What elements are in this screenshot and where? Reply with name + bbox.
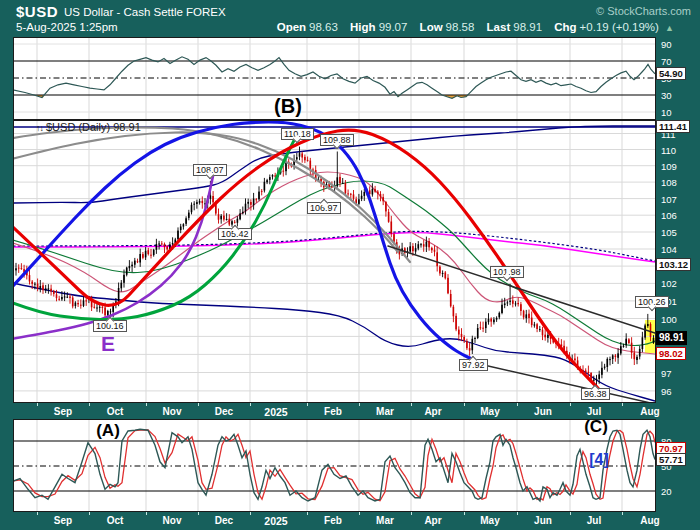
datetime: 5-Aug-2025 1:25pm	[16, 21, 118, 33]
month-label: Oct	[107, 515, 124, 526]
axis-value-box: 111.41	[656, 120, 690, 133]
month-label: Mar	[376, 406, 394, 417]
month-tick	[464, 403, 465, 406]
month-tick	[37, 403, 38, 406]
axis-label-rsi: 10	[661, 107, 672, 118]
price-callout: 100.26	[635, 296, 669, 308]
annotation-a: (A)	[96, 421, 120, 441]
last-value: 98.91	[513, 21, 542, 33]
x-axis-band-lower: SepOctNovDec2025FebMarAprMayJunJulAug	[0, 512, 700, 530]
axis-label-rsi: 90	[661, 39, 672, 50]
month-tick	[307, 512, 308, 515]
price-panel-title-text: $USD (Daily) 98.91	[46, 121, 141, 133]
month-label: Aug	[640, 515, 659, 526]
axis-label-stoch: 20	[661, 486, 672, 497]
month-tick	[89, 512, 90, 515]
month-label: May	[480, 515, 499, 526]
symbol: $USD	[16, 3, 58, 20]
month-label: Dec	[215, 406, 233, 417]
price-callout: 109.88	[320, 134, 354, 146]
month-tick	[359, 403, 360, 406]
axis-label-price: 105	[661, 227, 677, 238]
month-label: Sep	[54, 406, 72, 417]
chg-label: Chg	[554, 21, 576, 33]
price-callout: 106.97	[307, 202, 341, 214]
month-label: Jun	[534, 515, 552, 526]
axis-label-price: 106	[661, 210, 677, 221]
month-label: Apr	[424, 406, 441, 417]
month-label: 2025	[264, 515, 287, 527]
annotation-4: [4]	[589, 451, 609, 469]
axis-label-price: 100	[661, 314, 677, 325]
price-callout: 97.92	[459, 359, 488, 371]
axis-label-price: 102	[661, 278, 677, 289]
month-label: Aug	[640, 406, 659, 417]
price-callout: 101.98	[490, 266, 524, 278]
price-panel-title: ↑↓$USD (Daily) 98.91	[36, 121, 141, 133]
month-label: Feb	[324, 515, 342, 526]
month-tick	[307, 403, 308, 406]
month-tick	[359, 512, 360, 515]
copyright: © StockCharts.com	[596, 5, 691, 17]
month-tick	[411, 512, 412, 515]
rsi-panel	[13, 37, 656, 120]
month-tick	[570, 512, 571, 515]
axis-label-price: 109	[661, 161, 677, 172]
month-label: Apr	[424, 515, 441, 526]
month-tick	[250, 512, 251, 515]
month-label: Oct	[107, 406, 124, 417]
month-tick	[517, 403, 518, 406]
month-tick	[570, 403, 571, 406]
axis-label-price: 97	[661, 368, 672, 379]
month-label: Jun	[534, 406, 552, 417]
month-tick	[411, 403, 412, 406]
month-tick	[89, 403, 90, 406]
annotation-e: E	[101, 332, 115, 356]
axis-label-price: 104	[661, 244, 677, 255]
stockcharts-chart: $USD US Dollar - Cash Settle FOREX © Sto…	[0, 0, 700, 530]
chg-value: +0.19 (+0.19%)	[580, 21, 659, 33]
month-label: Sep	[54, 515, 72, 526]
month-label: Mar	[376, 515, 394, 526]
axis-label-rsi: 70	[661, 56, 672, 67]
quote-line: Open98.63 High99.07 Low98.58 Last98.91 C…	[268, 21, 674, 33]
axis-value-box: 57.71	[656, 453, 686, 466]
axis-label-price: 107	[661, 194, 677, 205]
high-value: 99.07	[379, 21, 408, 33]
price-panel	[13, 120, 656, 403]
month-label: Nov	[163, 515, 182, 526]
chg-up-arrow-icon: ▲	[665, 23, 674, 33]
month-tick	[198, 403, 199, 406]
price-callout: 110.18	[281, 128, 314, 140]
price-callout: 96.38	[581, 388, 610, 400]
price-callout: 105.42	[218, 228, 252, 240]
axis-label-price: 110	[661, 145, 676, 156]
chart-header: $USD US Dollar - Cash Settle FOREX © Sto…	[0, 0, 700, 37]
open-label: Open	[277, 21, 306, 33]
month-label: May	[480, 406, 499, 417]
low-label: Low	[420, 21, 443, 33]
open-value: 98.63	[309, 21, 338, 33]
axis-label-price: 96	[661, 386, 672, 397]
month-tick	[517, 512, 518, 515]
symbol-name: US Dollar - Cash Settle FOREX	[64, 6, 226, 18]
annotation-b: (B)	[274, 95, 302, 118]
axis-label-rsi: 30	[661, 90, 672, 101]
month-tick	[250, 403, 251, 406]
axis-value-box: 103.12	[656, 258, 691, 271]
month-tick	[198, 512, 199, 515]
high-label: High	[350, 21, 376, 33]
axis-value-box: 98.02	[656, 347, 686, 360]
month-label: 2025	[264, 406, 287, 418]
updown-arrows-icon: ↑↓	[36, 123, 43, 133]
month-label: Jul	[587, 406, 601, 417]
annotation-c: (C)	[584, 417, 608, 437]
price-callout: 100.16	[93, 320, 127, 332]
axis-value-box: 98.91	[656, 331, 687, 345]
last-label: Last	[487, 21, 511, 33]
month-tick	[464, 512, 465, 515]
month-label: Nov	[163, 406, 182, 417]
axis-label-price: 108	[661, 177, 677, 188]
month-tick	[622, 403, 623, 406]
low-value: 98.58	[446, 21, 475, 33]
